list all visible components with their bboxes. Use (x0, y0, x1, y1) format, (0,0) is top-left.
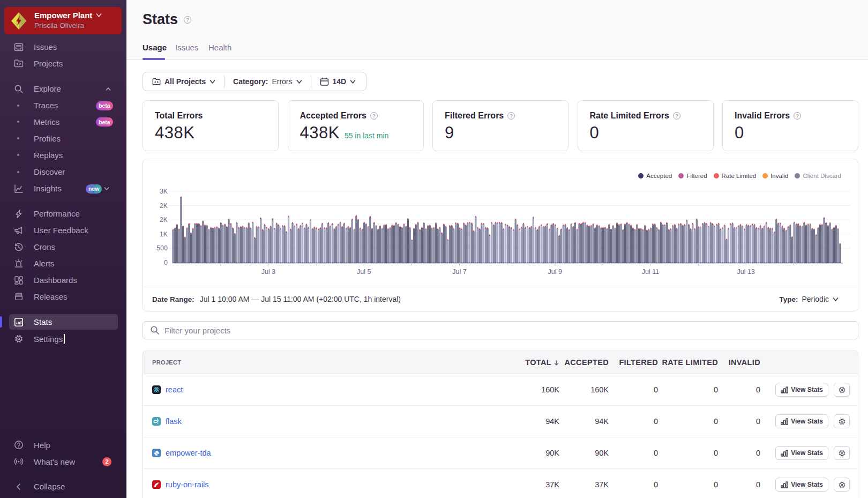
svg-text:Jul 11: Jul 11 (642, 268, 659, 276)
svg-text:3K: 3K (160, 188, 168, 195)
svg-text:2K: 2K (160, 202, 168, 210)
svg-text:Jul 7: Jul 7 (452, 268, 466, 276)
svg-text:Jul 3: Jul 3 (261, 268, 275, 276)
svg-text:500: 500 (156, 244, 168, 252)
svg-text:2K: 2K (160, 216, 168, 224)
svg-text:Jul 13: Jul 13 (737, 268, 755, 276)
svg-text:0: 0 (164, 259, 168, 266)
svg-text:Jul 9: Jul 9 (548, 268, 562, 276)
svg-text:1K: 1K (160, 231, 168, 238)
svg-text:Jul 5: Jul 5 (357, 268, 371, 276)
